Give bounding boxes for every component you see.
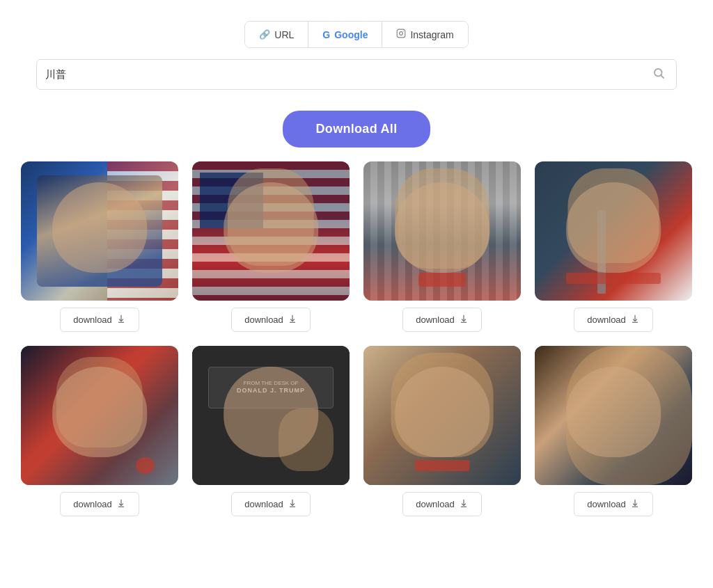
download-label-7: download xyxy=(416,499,455,509)
tab-url[interactable]: 🔗 URL xyxy=(245,22,308,47)
tab-bar: 🔗 URL G Google Instagram xyxy=(244,21,468,48)
download-label-3: download xyxy=(416,315,455,325)
download-button-8[interactable]: download xyxy=(574,492,653,516)
image-container-4 xyxy=(535,161,692,301)
download-button-1[interactable]: download xyxy=(60,308,139,332)
svg-point-1 xyxy=(400,32,403,35)
download-button-2[interactable]: download xyxy=(231,308,311,332)
search-input[interactable] xyxy=(45,69,650,81)
instagram-icon xyxy=(396,29,406,40)
google-icon: G xyxy=(322,29,330,40)
download-icon-4 xyxy=(630,314,640,326)
download-button-5[interactable]: download xyxy=(60,492,139,516)
image-container-8 xyxy=(535,346,692,485)
download-icon-3 xyxy=(459,314,469,326)
image-5 xyxy=(21,346,178,485)
image-4 xyxy=(535,161,692,301)
download-all-section: Download All xyxy=(14,111,699,148)
tab-instagram-label: Instagram xyxy=(410,29,453,40)
image-container-7 xyxy=(363,346,521,485)
download-icon-2 xyxy=(288,314,297,326)
image-7 xyxy=(363,346,521,485)
image-card-2: download xyxy=(192,161,350,332)
tab-google-label: Google xyxy=(334,29,368,40)
image-container-5 xyxy=(21,346,178,485)
image-container-3 xyxy=(363,161,521,301)
tab-url-label: URL xyxy=(274,29,294,40)
svg-rect-0 xyxy=(398,29,406,38)
download-button-4[interactable]: download xyxy=(574,308,653,332)
download-icon-6 xyxy=(288,498,297,510)
image-6: FROM THE DESK OFDONALD J. TRUMP xyxy=(192,346,350,485)
image-grid: download download xyxy=(14,161,699,516)
download-button-6[interactable]: download xyxy=(231,492,311,516)
download-label-8: download xyxy=(587,499,626,509)
download-button-7[interactable]: download xyxy=(402,492,482,516)
tab-google[interactable]: G Google xyxy=(308,22,382,47)
svg-line-4 xyxy=(661,75,664,78)
image-card-8: download xyxy=(535,346,692,516)
download-icon-7 xyxy=(459,498,469,510)
download-icon-5 xyxy=(116,498,126,510)
image-card-4: download xyxy=(535,161,692,332)
download-label-1: download xyxy=(73,315,112,325)
image-3 xyxy=(363,161,521,301)
download-icon-8 xyxy=(630,498,640,510)
search-bar xyxy=(36,59,677,90)
search-button[interactable] xyxy=(650,64,668,86)
image-8 xyxy=(535,346,692,485)
download-label-5: download xyxy=(73,499,112,509)
image-card-6: FROM THE DESK OFDONALD J. TRUMP download xyxy=(192,346,350,516)
image-container-6: FROM THE DESK OFDONALD J. TRUMP xyxy=(192,346,350,485)
svg-point-3 xyxy=(655,69,662,77)
image-2 xyxy=(192,161,350,301)
image-card-1: download xyxy=(21,161,178,332)
url-icon: 🔗 xyxy=(259,29,270,40)
image-1 xyxy=(21,161,178,301)
download-label-4: download xyxy=(587,315,626,325)
image-card-5: download xyxy=(21,346,178,516)
download-all-button[interactable]: Download All xyxy=(283,111,431,148)
image-container-1 xyxy=(21,161,178,301)
download-label-6: download xyxy=(244,499,283,509)
image-container-2 xyxy=(192,161,350,301)
download-label-2: download xyxy=(244,315,283,325)
svg-point-2 xyxy=(403,31,404,31)
image-card-3: download xyxy=(363,161,521,332)
download-icon-1 xyxy=(116,314,126,326)
search-icon xyxy=(652,67,665,79)
tab-instagram[interactable]: Instagram xyxy=(382,22,467,47)
download-button-3[interactable]: download xyxy=(402,308,482,332)
image-card-7: download xyxy=(363,346,521,516)
